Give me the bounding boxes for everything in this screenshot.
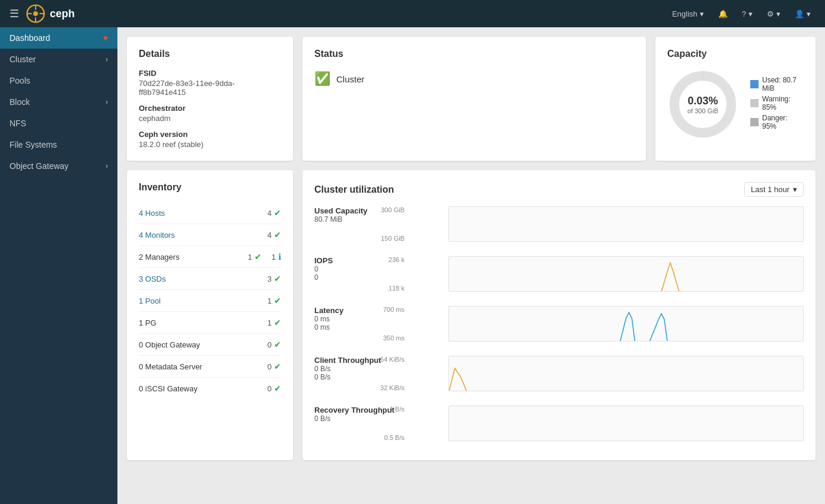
chevron-right-icon: › [106, 162, 108, 170]
sidebar-item-cluster[interactable]: Cluster › [0, 49, 117, 70]
time-select-dropdown[interactable]: Last 1 hour ▾ [744, 182, 804, 197]
legend-color-danger [750, 118, 759, 126]
sidebar-item-dashboard[interactable]: Dashboard ♥ [0, 27, 117, 49]
ok-icon: ✔ [274, 274, 281, 283]
list-item: 0 Metadata Server 0 ✔ [139, 356, 281, 378]
notifications-button[interactable]: 🔔 [713, 7, 732, 21]
iscsi-gateway-label: 0 iSCSI Gateway [139, 384, 260, 393]
top-cards-row: Details FSID 70d227de-83e3-11ee-9dda-ff8… [127, 37, 816, 161]
sidebar-item-label: Block [9, 97, 30, 107]
ok-icon: ✔ [274, 208, 281, 218]
capacity-chart-svg [449, 207, 803, 242]
legend-danger: Danger: 95% [750, 114, 804, 130]
list-item: 1 Pool 1 ✔ [139, 290, 281, 312]
ok-icon: ✔ [274, 318, 281, 327]
ok-icon: ✔ [274, 296, 281, 305]
details-title: Details [139, 49, 281, 59]
settings-button[interactable]: ⚙ ▾ [762, 7, 785, 21]
osds-count: 3 ✔ [260, 274, 281, 283]
user-icon: 👤 [795, 9, 804, 18]
orchestrator-value: cephadm [139, 114, 281, 123]
capacity-content: 0.03% of 300 GiB Used: 80.7 MiB Warning:… [667, 69, 804, 140]
sidebar-item-label: Cluster [9, 55, 36, 64]
ok-icon: ✔ [274, 362, 281, 371]
metric-iops-chart: 236 k 118 k [407, 256, 804, 292]
client-throughput-chart-svg-wrap [448, 356, 804, 391]
inventory-card: Inventory 4 Hosts 4 ✔ 4 Monitors 4 ✔ [127, 170, 293, 460]
managers-label: 2 Managers [139, 253, 240, 261]
list-item: 0 iSCSI Gateway 0 ✔ [139, 378, 281, 399]
legend-label-danger: Danger: 95% [762, 114, 804, 130]
recovery-throughput-chart-svg [449, 406, 803, 441]
legend-color-used [750, 80, 759, 88]
status-title: Status [314, 49, 634, 59]
pool-link[interactable]: 1 Pool [139, 296, 260, 305]
monitors-count: 4 ✔ [260, 230, 281, 240]
utilization-header: Cluster utilization Last 1 hour ▾ [314, 182, 804, 197]
sidebar-item-nfs[interactable]: NFS [0, 113, 117, 134]
iops-chart-svg [449, 257, 803, 292]
chevron-right-icon: › [106, 98, 108, 106]
gear-icon: ⚙ [767, 9, 774, 18]
sidebar-item-file-systems[interactable]: File Systems [0, 134, 117, 155]
fsid-value: 70d227de-83e3-11ee-9dda-ff8b7941e415 [139, 79, 281, 97]
sidebar-item-pools[interactable]: Pools [0, 70, 117, 91]
list-item: 0 Object Gateway 0 ✔ [139, 334, 281, 356]
svg-rect-8 [449, 241, 803, 242]
orchestrator-label: Orchestrator [139, 104, 281, 113]
sidebar-item-label: File Systems [9, 140, 57, 149]
main-content: Details FSID 70d227de-83e3-11ee-9dda-ff8… [117, 27, 825, 504]
sidebar-item-object-gateway[interactable]: Object Gateway › [0, 155, 117, 177]
ok-icon: ✔ [254, 252, 262, 261]
metrics-list: Used Capacity 80.7 MiB 300 GiB 150 GiB [314, 206, 804, 448]
brand-name: ceph [50, 8, 75, 20]
metric-capacity-chart: 300 GiB 150 GiB [407, 206, 804, 242]
osds-link[interactable]: 3 OSDs [139, 275, 260, 283]
legend-color-warning [750, 99, 759, 107]
legend-label-used: Used: 80.7 MiB [762, 76, 804, 92]
metric-latency: Latency 0 ms 0 ms 700 ms 350 ms [314, 306, 804, 342]
bottom-row: Inventory 4 Hosts 4 ✔ 4 Monitors 4 ✔ [127, 170, 816, 460]
legend-label-warning: Warning: 85% [762, 95, 804, 111]
list-item: 1 PG 1 ✔ [139, 312, 281, 334]
ok-icon: ✔ [274, 230, 281, 240]
latency-chart-svg [449, 307, 803, 342]
monitors-link[interactable]: 4 Monitors [139, 231, 260, 240]
metric-recovery-throughput-chart: 1 B/s 0.5 B/s [407, 406, 804, 441]
list-item: 4 Hosts 4 ✔ [139, 202, 281, 224]
user-button[interactable]: 👤 ▾ [790, 7, 816, 21]
hamburger-button[interactable]: ☰ [9, 7, 19, 20]
hosts-link[interactable]: 4 Hosts [139, 209, 260, 218]
sidebar-item-label: NFS [9, 119, 26, 128]
brand-logo: ceph [26, 4, 75, 23]
utilization-card: Cluster utilization Last 1 hour ▾ Used C… [302, 170, 816, 460]
pg-count: 1 ✔ [260, 318, 281, 327]
metric-iops: IOPS 0 0 236 k 118 k [314, 256, 804, 292]
help-button[interactable]: ? ▾ [737, 7, 757, 21]
metric-recovery-throughput: Recovery Throughput 0 B/s 1 B/s 0.5 B/s [314, 406, 804, 441]
list-item: 4 Monitors 4 ✔ [139, 224, 281, 246]
object-gateway-count: 0 ✔ [260, 340, 281, 349]
managers-count: 1 ✔ 1 ℹ [240, 252, 281, 261]
metric-capacity: Used Capacity 80.7 MiB 300 GiB 150 GiB [314, 206, 804, 242]
inventory-title: Inventory [139, 182, 281, 193]
capacity-chart-svg-wrap [448, 206, 804, 242]
ok-icon: ✔ [274, 340, 281, 349]
heart-icon: ♥ [103, 33, 108, 43]
info-icon: ℹ [278, 252, 281, 261]
legend-warning: Warning: 85% [750, 95, 804, 111]
check-circle-icon: ✅ [314, 71, 330, 87]
list-item: 2 Managers 1 ✔ 1 ℹ [139, 246, 281, 268]
pg-label: 1 PG [139, 318, 260, 327]
sidebar-item-block[interactable]: Block › [0, 91, 117, 113]
donut-center: 0.03% of 300 GiB [687, 95, 718, 114]
sidebar-item-label: Object Gateway [9, 161, 69, 171]
sidebar: Dashboard ♥ Cluster › Pools Block › NFS … [0, 27, 117, 504]
metadata-server-label: 0 Metadata Server [139, 362, 260, 371]
iops-chart-svg-wrap [448, 256, 804, 292]
language-button[interactable]: English ▾ [667, 7, 709, 21]
iscsi-gateway-count: 0 ✔ [260, 384, 281, 393]
object-gateway-label: 0 Object Gateway [139, 340, 260, 349]
ceph-logo-icon [26, 4, 45, 23]
status-card: Status ✅ Cluster [302, 37, 646, 161]
